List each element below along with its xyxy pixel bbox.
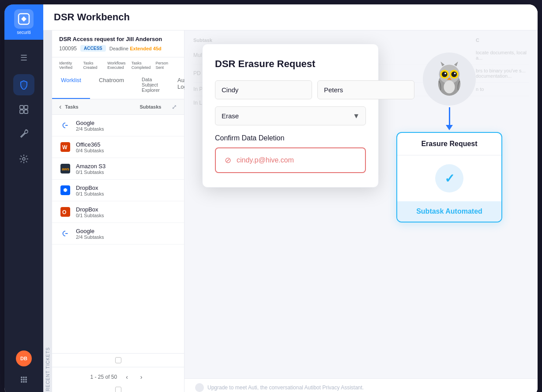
email-error-icon: ⊘ (225, 155, 231, 165)
svg-point-12 (21, 381, 23, 383)
svg-point-8 (25, 377, 27, 378)
svg-text:aws: aws (62, 167, 69, 171)
expand-icon[interactable]: ⤢ (172, 103, 177, 110)
step-completed-label: Tasks Completed (132, 61, 153, 70)
prev-page-button[interactable]: ‹ (122, 372, 132, 382)
task-row[interactable]: DropBox 0/1 Subtasks (52, 180, 184, 201)
tab-chatroom[interactable]: Chatroom (90, 72, 133, 99)
apps-icon[interactable] (16, 372, 32, 388)
ticket-header: DSR Access request for Jill Anderson 100… (52, 30, 184, 57)
action-select[interactable]: Erase (215, 106, 366, 125)
back-button[interactable]: ‹ (59, 103, 61, 111)
action-value: Erase (222, 112, 239, 120)
center-area: Subtask C Multi-Discovery → locate docum… (184, 30, 538, 392)
tab-data-subject[interactable]: Data Subject Explorer (133, 72, 169, 99)
ticket-meta: 100095 ACCESS Deadline Extended 45d (59, 45, 177, 52)
svg-point-5 (23, 158, 25, 160)
progress-steps: Identity Verified Tasks Created Workflow… (52, 57, 184, 72)
left-panel: DSR Access request for Jill Anderson 100… (52, 30, 184, 392)
page-header: DSR Workbench (43, 4, 538, 30)
checkbox-2[interactable] (115, 387, 121, 392)
main-tabs: Worklist Chatroom Data Subject Explorer … (52, 72, 184, 99)
dropbox-logo (59, 184, 72, 196)
task-info: Office365 0/4 Subtasks (76, 141, 177, 153)
email-box: ⊘ cindy.p@hive.com (215, 147, 366, 173)
svg-rect-1 (20, 106, 23, 109)
step-person-label: Person Sent (155, 61, 177, 70)
svg-rect-4 (24, 110, 28, 113)
page-title: DSR Workbench (54, 11, 527, 23)
menu-button[interactable]: ☰ (16, 49, 32, 67)
dsr-erasure-card: DSR Erasure Request Erase ▼ Confirm Data… (202, 44, 379, 188)
ticket-title: DSR Access request for Jill Anderson (59, 36, 177, 42)
svg-point-11 (25, 379, 27, 381)
task-row[interactable]: O DropBox 0/1 Subtasks (52, 201, 184, 223)
flow-arrow (446, 107, 453, 130)
task-info: Amazon S3 0/1 Subtasks (76, 163, 177, 175)
sidebar-bottom: DB (16, 351, 32, 392)
svg-point-35 (444, 81, 455, 94)
tab-worklist[interactable]: Worklist (52, 72, 90, 99)
sidebar-item-settings[interactable] (13, 148, 34, 170)
deadline-value: Extended 45d (130, 46, 162, 51)
svg-point-32 (452, 72, 457, 77)
tasks-col-header: Tasks (65, 104, 129, 109)
step-tasks-label: Tasks Created (83, 61, 105, 70)
checkmark-icon: ✓ (444, 171, 455, 186)
amazon-logo: aws (59, 162, 72, 175)
svg-point-14 (25, 381, 27, 383)
checkbox-1[interactable] (115, 357, 121, 363)
pagination: 1 - 25 of 50 ‹ › (52, 367, 184, 387)
first-name-input[interactable] (215, 80, 312, 99)
subtask-automated-label: Subtask Automated (416, 207, 482, 215)
svg-rect-3 (20, 110, 23, 113)
next-page-button[interactable]: › (137, 372, 146, 382)
email-text: cindy.p@hive.com (237, 156, 294, 164)
sidebar-nav (13, 74, 34, 351)
google2-logo (59, 227, 72, 240)
step-workflows-label: Workflows Executed (107, 61, 129, 70)
task-info: DropBox 0/1 Subtasks (76, 185, 177, 196)
ticket-id: 100095 (59, 45, 77, 52)
svg-point-6 (21, 377, 23, 378)
task-row[interactable]: Google 2/4 Subtasks (52, 223, 184, 245)
confirm-label: Confirm Data Deletion (215, 134, 366, 142)
svg-marker-27 (454, 61, 458, 66)
dropbox2-logo: O (59, 206, 72, 218)
erasure-card-footer: Subtask Automated (397, 201, 501, 222)
ticket-deadline: Deadline Extended 45d (109, 46, 162, 51)
bottom-bar: Upgrade to meet Auti, the conversational… (184, 378, 538, 392)
step-identity-label: Identity Verified (59, 61, 81, 70)
svg-marker-26 (440, 61, 444, 66)
task-row[interactable]: W Office365 0/4 Subtasks (52, 136, 184, 158)
logo-area: securiti (4, 4, 43, 40)
svg-point-29 (442, 72, 448, 77)
logo-icon (14, 9, 34, 29)
sidebar-item-wrench[interactable] (13, 124, 34, 145)
sidebar-item-grid[interactable] (13, 99, 34, 120)
logo-text: securiti (17, 30, 31, 35)
pagination-range: 1 - 25 of 50 (90, 374, 117, 380)
main-content: DSR Workbench RECENT TICKETS DSR Access … (43, 4, 538, 392)
svg-text:O: O (62, 209, 66, 215)
task-info: Google 2/4 Subtasks (76, 228, 177, 240)
svg-rect-2 (24, 106, 28, 109)
task-list: Google 2/4 Subtasks W Of (52, 115, 184, 353)
modal-overlay: DSR Erasure Request Erase ▼ Confirm Data… (184, 30, 538, 392)
task-row[interactable]: Google 2/4 Subtasks (52, 115, 184, 136)
task-info: DropBox 0/1 Subtasks (76, 206, 177, 218)
upgrade-text: Upgrade to meet Auti, the conversational… (207, 384, 364, 391)
task-list-header: ‹ Tasks Subtasks ⤢ (52, 99, 184, 115)
ticket-badge: ACCESS (80, 45, 106, 52)
erasure-flow: Erasure Request ✓ Subtask Automated (396, 53, 502, 222)
name-fields (215, 80, 366, 99)
task-row[interactable]: aws Amazon S3 0/1 Subtasks (52, 158, 184, 180)
sidebar-item-shield[interactable] (13, 74, 34, 95)
owl-mascot (423, 53, 476, 106)
user-avatar[interactable]: DB (16, 351, 32, 366)
task-info: Google 2/4 Subtasks (76, 120, 177, 132)
recent-tickets-label: RECENT TICKETS (43, 30, 52, 392)
erasure-card-check: ✓ (397, 155, 501, 201)
svg-point-13 (23, 381, 25, 383)
svg-point-30 (444, 73, 446, 75)
